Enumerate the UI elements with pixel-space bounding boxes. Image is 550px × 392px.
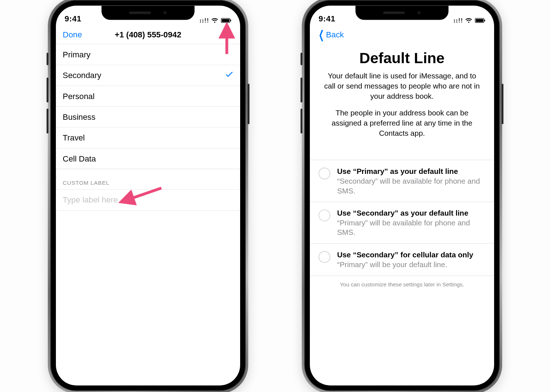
dual-sim-signal-icon: ::!! [453,17,463,24]
status-time: 9:41 [65,14,108,24]
battery-icon [475,18,485,23]
label-row-travel[interactable]: Travel [56,127,240,148]
description-1: Your default line is used for iMessage, … [324,71,481,101]
option-title: Use “Primary” as your default line [337,167,487,176]
svg-rect-4 [476,19,483,22]
battery-icon [221,18,231,23]
svg-rect-1 [222,19,229,22]
option-subtitle: “Secondary” will be available for phone … [337,176,487,195]
page-title: Default Line [319,50,485,67]
option-subtitle: “Primary” will be available for phone an… [337,218,487,237]
done-button[interactable]: Done [63,30,82,40]
radio-unchecked-icon [319,251,330,263]
label-text: Secondary [63,71,101,81]
label-row-personal[interactable]: Personal [56,86,240,107]
back-button[interactable]: ❮ Back [317,30,344,40]
label-text: Travel [63,133,85,143]
label-row-business[interactable]: Business [56,107,240,127]
label-row-primary[interactable]: Primary [56,44,240,65]
label-text: Personal [63,91,95,101]
option-secondary-data-only[interactable]: Use “Secondary” for cellular data only “… [310,244,494,276]
radio-unchecked-icon [319,168,330,179]
label-row-secondary[interactable]: Secondary [56,65,240,86]
option-primary-default[interactable]: Use “Primary” as your default line “Seco… [310,160,494,202]
option-title: Use “Secondary” as your default line [337,208,487,218]
label-text: Business [63,112,95,122]
option-subtitle: “Primary” will be your default line. [337,260,487,269]
nav-title: +1 (408) 555-0942 [56,30,240,40]
checkmark-icon [225,70,233,81]
status-time: 9:41 [319,14,362,24]
label-row-cell-data[interactable]: Cell Data [56,148,240,169]
svg-rect-5 [484,19,485,21]
custom-label-header: CUSTOM LABEL [56,169,240,189]
label-list: Primary Secondary Personal Business Trav… [56,44,240,169]
description-2: The people in your address book can be a… [324,108,481,138]
nav-bar: ❮ Back [310,25,494,44]
wifi-icon [465,17,473,23]
option-secondary-default[interactable]: Use “Secondary” as your default line “Pr… [310,202,494,244]
default-line-options: Use “Primary” as your default line “Seco… [310,160,494,276]
done-label: Done [63,30,82,40]
svg-rect-2 [230,19,231,21]
custom-label-input[interactable] [56,189,240,210]
label-text: Primary [63,50,91,60]
label-text: Cell Data [63,154,96,164]
radio-unchecked-icon [319,209,330,221]
footnote: You can customize these settings later i… [319,281,485,288]
option-title: Use “Secondary” for cellular data only [337,250,487,260]
wifi-icon [211,17,219,23]
dual-sim-signal-icon: ::!! [199,17,209,24]
back-label: Back [326,30,344,40]
nav-bar: Done +1 (408) 555-0942 [56,25,240,44]
